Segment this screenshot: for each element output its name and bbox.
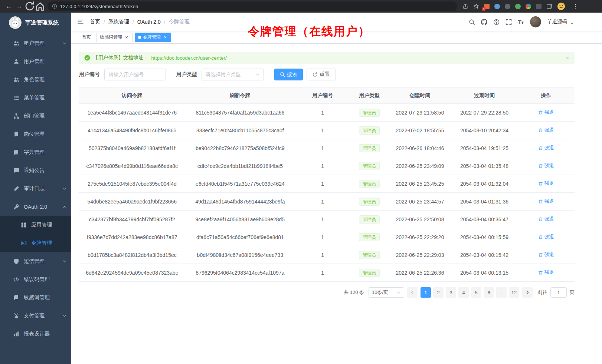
browser-profile-avatar[interactable] [557,2,565,10]
sidebar-item-notice[interactable]: 通知公告 [0,161,71,179]
sidebar-item-pay[interactable]: 支付管理 [0,307,71,325]
sidebar-item-oauth2[interactable]: OAuth 2.0 [0,198,71,216]
delete-icon [538,128,543,133]
browser-url-bar[interactable]: 127.0.0.1:1024/system/oauth2/token [48,1,457,11]
font-size-icon[interactable] [518,19,524,25]
sidebar-item-tenant[interactable]: 租户管理 [0,34,71,52]
page-button-12[interactable]: 12 [509,287,519,298]
page-size-select[interactable]: 10条/页 [369,287,404,298]
tab-token[interactable]: 令牌管理× [135,33,171,42]
table-row: 6d842e2924594de9a09e45e087323abe 8796295… [79,264,575,282]
app-logo[interactable]: 芋道管理系统 [0,13,71,33]
sidebar-item-dict[interactable]: 字典管理 [0,143,71,161]
sidebar-item-post[interactable]: 岗位管理 [0,125,71,143]
sidebar-item-user[interactable]: 用户管理 [0,52,71,70]
close-tab-icon[interactable]: × [163,35,168,40]
share-icon[interactable] [462,3,468,9]
page-button-5[interactable]: 5 [471,287,481,298]
extension-icon[interactable] [494,4,500,9]
help-icon[interactable] [493,19,500,25]
collapse-sidebar-icon[interactable] [77,19,84,25]
browser-back-button[interactable]: ← [4,1,14,11]
force-logout-button[interactable]: 强退 [538,145,554,151]
user-id-cell: 1 [295,139,350,157]
tab-sensitive-word[interactable]: 敏感词管理× [96,33,132,42]
sidebar-item-audit-log[interactable]: 审计日志 [0,179,71,198]
extension-icon[interactable] [526,4,531,9]
user-id-cell: 1 [295,157,350,175]
goto-page-input[interactable] [550,287,567,298]
browser-menu-icon[interactable]: ⋮ [570,1,580,11]
sidebar-item-sensitive-word[interactable]: 敏感词管理 [0,288,71,307]
fullscreen-icon[interactable] [506,19,512,25]
sidebar-item-app[interactable]: 应用管理 [0,216,71,234]
sidebar-item-token[interactable]: 令牌管理 [0,234,71,252]
extension-icon[interactable] [536,4,542,9]
pagination-ellipsis[interactable]: ... [496,287,507,298]
chevron-down-icon[interactable] [570,21,574,25]
browser-home-button[interactable] [35,1,45,11]
sidebar-panel-icon[interactable] [546,3,552,9]
book-icon [13,149,19,155]
reset-button[interactable]: 重置 [307,69,336,80]
page-button-1[interactable]: 1 [421,287,431,298]
page-button-2[interactable]: 2 [433,287,444,298]
prev-page-button[interactable] [407,287,418,298]
user-id-input[interactable] [104,69,166,80]
sidebar-item-report[interactable]: 报表设计器 [0,325,71,343]
breadcrumb-item[interactable]: OAuth 2.0 [137,19,161,25]
browser-forward-button[interactable]: → [14,1,24,11]
breadcrumb-item[interactable]: 系统管理 [108,19,129,25]
sidebar-item-dept[interactable]: 部门管理 [0,107,71,125]
user-avatar[interactable] [530,16,541,27]
force-logout-button[interactable]: 强退 [538,109,554,116]
force-logout-button[interactable]: 强退 [538,251,554,258]
sidebar-item-label: 租户管理 [24,40,62,47]
tab-home[interactable]: 首页 [79,33,94,42]
sidebar-item-label: 字典管理 [24,149,67,156]
delete-icon [538,217,543,222]
doc-link[interactable]: https://doc.iocoder.cn/user-center/ [151,55,227,61]
force-logout-button[interactable]: 强退 [538,269,554,276]
expire-time-cell: 2054-03-04 19:51:25 [451,139,518,157]
force-logout-button[interactable]: 强退 [538,127,554,133]
breadcrumb-item[interactable]: 首页 [90,19,100,25]
page-button-4[interactable]: 4 [458,287,469,298]
yen-icon [13,313,19,319]
force-logout-button[interactable]: 强退 [538,216,554,222]
github-icon[interactable] [481,19,487,25]
search-button[interactable]: 搜索 [274,69,303,80]
page-button-6[interactable]: 6 [484,287,494,298]
browser-reload-button[interactable] [24,1,35,11]
column-header: 过期时间 [451,87,518,104]
breadcrumb-separator: / [132,19,134,25]
user-type-select[interactable]: 请选择用户类型 [202,69,264,80]
access-token-cell: 54d6be82ee5a460a9aedc1f9bf223656 [79,193,185,211]
extension-icon[interactable]: 0 [484,4,490,9]
header-actions: 芋道源码 [469,16,574,27]
refresh-token-cell: dfa6c71a50a54c66bef706ef9e6e8d81 [185,228,295,246]
close-alert-icon[interactable]: × [566,55,569,61]
page-size-value: 10条/页 [372,289,388,296]
sidebar-item-menu[interactable]: 菜单管理 [0,89,71,107]
extension-icon[interactable] [515,4,521,9]
username[interactable]: 芋道源码 [547,19,567,25]
extension-icon[interactable] [505,4,510,9]
column-header: 用户编号 [295,87,350,104]
user-type-badge: 管理员 [359,180,380,188]
force-logout-button[interactable]: 强退 [538,198,554,205]
bookmark-star-icon[interactable] [473,3,479,9]
search-icon[interactable] [469,19,475,25]
site-info-icon[interactable] [52,4,57,9]
sidebar-item-role[interactable]: 角色管理 [0,70,71,89]
page-button-3[interactable]: 3 [446,287,456,298]
force-logout-button[interactable]: 强退 [538,180,554,187]
close-tab-icon[interactable]: × [124,35,129,40]
next-page-button[interactable] [522,287,533,298]
tab-label: 令牌管理 [143,34,161,40]
sidebar-item-error-code[interactable]: 错误码管理 [0,270,71,288]
force-logout-button[interactable]: 强退 [538,162,554,169]
force-logout-button[interactable]: 强退 [538,234,554,240]
table-row: 1ea5e44f8bc1467aaede43144f31de76 811c530… [79,104,575,122]
sidebar-item-sms[interactable]: 短信管理 [0,252,71,270]
